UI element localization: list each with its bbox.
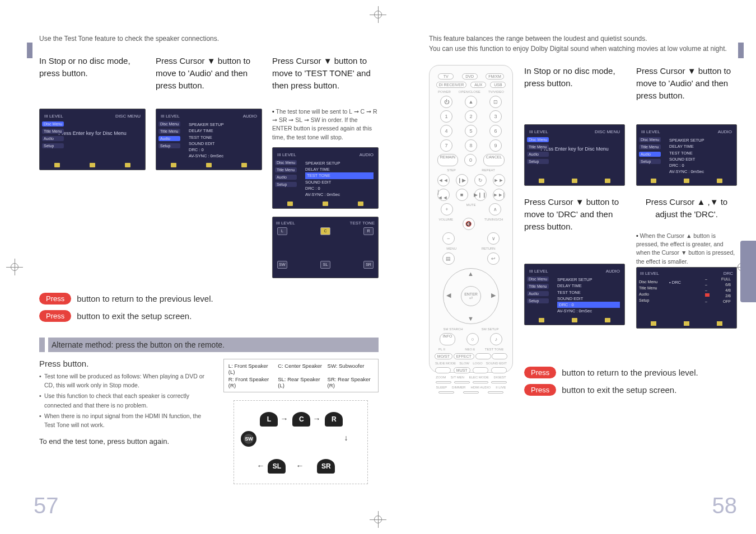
spk-R: R bbox=[325, 412, 343, 427]
legend-C: C: Center Speaker bbox=[278, 363, 324, 375]
left-intro: Use the Test Tone feature to check the s… bbox=[39, 34, 379, 44]
osd-tab: Audio bbox=[42, 136, 64, 141]
action-return: Press button to return to the previous l… bbox=[524, 367, 737, 378]
osd-tab: Disc Menu bbox=[158, 121, 180, 127]
osd-test-tone-diagram: III LEVELTEST TONE L C R SW SL SR bbox=[272, 217, 379, 278]
enter-label: ENTER bbox=[464, 292, 478, 296]
osd-tab: Setup bbox=[527, 298, 549, 303]
remote-label: TEST TONE bbox=[485, 348, 503, 351]
osd-hdr-r: DISC MENU bbox=[595, 129, 620, 134]
osd-test-selected: III LEVELAUDIO Disc Menu Title Menu Audi… bbox=[272, 147, 379, 209]
osd-item: AV-SYNC : 0mSec bbox=[557, 308, 620, 314]
osd-tab: Setup bbox=[639, 298, 657, 302]
right-step4-text: Press Cursor ▲ ,▼ to adjust the 'DRC'. bbox=[636, 196, 737, 229]
arrow-up-icon: ▲ bbox=[468, 270, 474, 277]
osd-item: AV-SYNC : 0mSec bbox=[305, 191, 374, 198]
osd-disc-menu: III LEVELDISC MENU Disc Menu Title Menu … bbox=[39, 109, 146, 170]
remote-btn bbox=[454, 381, 470, 383]
drc-note-text: When the Cursor ▲ button is pressed, the… bbox=[636, 232, 735, 265]
remote-label: DIGEST bbox=[493, 376, 506, 379]
spk-SL-icon: SL bbox=[320, 261, 330, 269]
alt-method-bar: Alternate method: press the button on th… bbox=[39, 338, 379, 352]
action-exit-text: button to exit the setup screen. bbox=[562, 385, 676, 395]
remote-btn: MUST bbox=[454, 367, 470, 373]
vol-up-icon: + bbox=[441, 203, 453, 216]
osd-hdr-r: AUDIO bbox=[606, 269, 620, 274]
left-actions: Press button to return to the previous l… bbox=[39, 293, 379, 322]
osd-tab: Audio bbox=[527, 291, 549, 296]
osd-tab: Audio bbox=[639, 152, 661, 157]
right-step3-text: Press Cursor ▼ button to move to 'DRC' a… bbox=[524, 196, 625, 260]
osd-tab: Setup bbox=[527, 159, 549, 164]
remote-btn bbox=[473, 367, 488, 373]
osd-audio-menu: III LEVELAUDIO Disc Menu Title Menu Audi… bbox=[156, 109, 262, 170]
arrow-down-icon: ▼ bbox=[468, 315, 474, 322]
remote-label: REPEAT bbox=[482, 168, 495, 172]
next-icon: ►►| bbox=[493, 189, 505, 201]
osd-hdr-l: III LEVEL bbox=[640, 271, 659, 276]
arrow-right-icon: ▶ bbox=[491, 292, 496, 299]
ffwd-icon: ►► bbox=[493, 174, 505, 186]
osd-tab: Disc Menu bbox=[527, 137, 549, 142]
osd-item: DRC : 0 bbox=[669, 162, 732, 168]
remote-label: II LIVE bbox=[496, 386, 506, 389]
remote-label: POWER bbox=[438, 90, 451, 93]
remote-label: PL II bbox=[438, 348, 445, 351]
remote-label: OPEN/CLOSE bbox=[459, 90, 480, 93]
alt-bullet: When there is no input signal from the H… bbox=[39, 411, 210, 430]
remote-label: SM STARCH bbox=[444, 327, 463, 331]
osd-tab: Title Menu bbox=[158, 129, 180, 134]
prev-icon: |◄◄ bbox=[437, 189, 450, 201]
repeat-icon: ↻ bbox=[474, 174, 487, 186]
right-step-2: Press Cursor ▼ button to move to 'Audio'… bbox=[636, 65, 737, 186]
remote-label: RETURN bbox=[482, 247, 496, 250]
test-tone-note-text: The test tone will be sent to L ➞ C ➞ R … bbox=[272, 108, 377, 140]
remote-label: STEP bbox=[447, 168, 456, 172]
right-intro-1: This feature balances the range between … bbox=[429, 35, 647, 43]
left-step2-text: Press Cursor ▼ button to move to 'Audio'… bbox=[156, 55, 262, 105]
mute-icon: 🔇 bbox=[463, 218, 475, 230]
osd-hdr-l: III LEVEL bbox=[641, 129, 660, 134]
action-exit: Press button to exit the setup screen. bbox=[39, 310, 379, 322]
spk-SL: SL bbox=[268, 459, 286, 474]
remote-btn bbox=[463, 391, 479, 394]
remote-num: 1 bbox=[440, 110, 452, 123]
remote-label: HDMI AUDIO bbox=[471, 386, 491, 389]
osd-item: TEST TONE bbox=[305, 172, 374, 179]
osd-item: DRC : 0 bbox=[557, 302, 620, 308]
power-icon: ⏻ bbox=[440, 96, 452, 108]
osd-tab: Audio bbox=[639, 292, 657, 296]
remote-btn bbox=[475, 353, 491, 359]
osd-item: TEST TONE bbox=[189, 134, 257, 140]
action-exit: Press button to exit the setup screen. bbox=[524, 384, 737, 396]
osd-hdr-r: TEST TONE bbox=[350, 221, 375, 226]
legend-R: R: Front Speaker (R) bbox=[228, 376, 274, 388]
tune-up-icon: ∧ bbox=[489, 203, 501, 216]
osd-item: DELAY TIME bbox=[305, 166, 374, 172]
drc-level: FULL bbox=[721, 277, 731, 282]
osd-item: SPEAKER SETUP bbox=[557, 277, 620, 283]
remote-num: 4 bbox=[440, 125, 452, 137]
alt-method-title: Alternate method: press the button on th… bbox=[52, 340, 225, 349]
action-return: Press button to return to the previous l… bbox=[39, 293, 379, 305]
remote-btn bbox=[488, 391, 503, 394]
osd-hdr-l: III LEVEL bbox=[276, 221, 295, 226]
osd-hdr-r: DISC MENU bbox=[115, 114, 141, 119]
legend-SR: SR: Rear Speaker (R) bbox=[328, 376, 374, 388]
osd-tab: Setup bbox=[158, 143, 180, 148]
left-steps-row: In Stop or no disc mode, press button. I… bbox=[39, 55, 379, 278]
osd-hdr-l: III LEVEL bbox=[277, 152, 296, 157]
spk-C-icon: C bbox=[320, 227, 330, 235]
remote-num: 0 bbox=[464, 154, 477, 166]
alt-press-heading: Press button. bbox=[39, 359, 210, 368]
remote-num: 3 bbox=[489, 110, 502, 123]
alt-bullet: Use this function to check that each spe… bbox=[39, 391, 210, 410]
osd-item: SPEAKER SETUP bbox=[189, 121, 257, 128]
drc-level: 2/8 bbox=[725, 293, 731, 299]
osd-audio-menu: III LEVELAUDIO Disc Menu Title Menu Audi… bbox=[636, 124, 737, 186]
osd-tab: Setup bbox=[639, 159, 661, 164]
remote-label: SM SETUP bbox=[482, 327, 499, 331]
action-return-text: button to return to the previous level. bbox=[77, 294, 213, 303]
remote-btn: FM/XM bbox=[486, 73, 504, 79]
remote-btn bbox=[438, 391, 454, 394]
